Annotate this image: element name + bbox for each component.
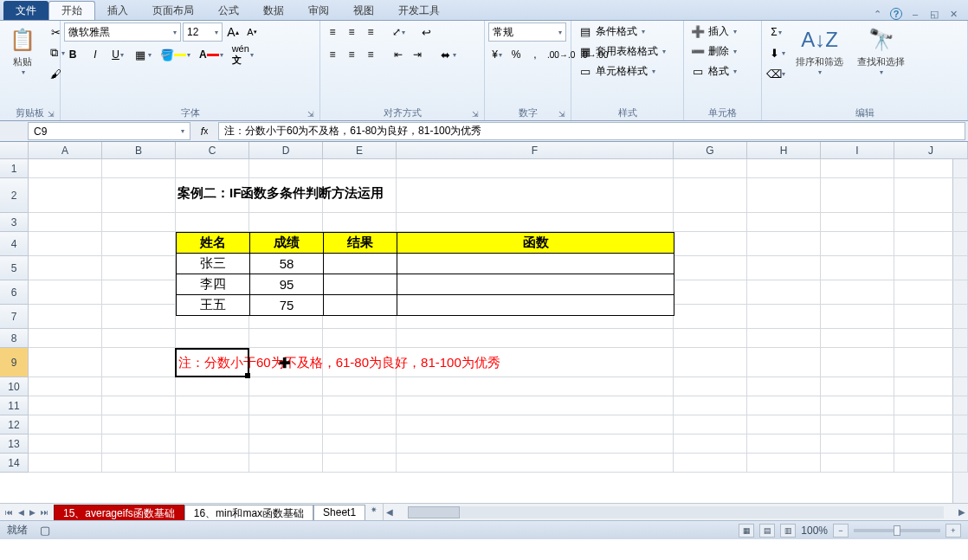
column-header[interactable]: A — [29, 142, 102, 158]
fill-color-button[interactable]: 🪣▾ — [158, 45, 192, 64]
cells-canvas[interactable]: 案例二：IF函数多条件判断方法运用 姓名 成绩 结果 函数 张三 58 — [29, 159, 952, 503]
cell-result[interactable] — [324, 274, 397, 295]
sheet-tab[interactable]: 16、min和max函数基础 — [184, 505, 313, 520]
percent-button[interactable]: % — [507, 45, 525, 64]
zoom-slider[interactable] — [854, 529, 940, 532]
normal-view-button[interactable]: ▦ — [739, 524, 754, 537]
header-func[interactable]: 函数 — [397, 233, 674, 254]
insert-cells-button[interactable]: ➕插入▾ — [687, 23, 740, 41]
horizontal-scrollbar[interactable]: ◀ ▶ — [383, 504, 968, 520]
window-close-icon[interactable]: ✕ — [947, 8, 959, 20]
decrease-font-button[interactable]: A▾ — [243, 23, 261, 42]
cell-score[interactable]: 58 — [250, 254, 324, 274]
align-top-button[interactable]: ≡ — [324, 23, 341, 42]
tab-view[interactable]: 视图 — [341, 1, 386, 20]
header-score[interactable]: 成绩 — [250, 233, 324, 254]
tab-developer[interactable]: 开发工具 — [386, 1, 452, 20]
pagebreak-view-button[interactable]: ▥ — [780, 524, 796, 537]
increase-font-button[interactable]: A▴ — [224, 23, 242, 42]
align-middle-button[interactable]: ≡ — [343, 23, 360, 42]
zoom-thumb[interactable] — [894, 525, 900, 536]
row-header[interactable]: 10 — [0, 377, 29, 396]
prev-sheet-button[interactable]: ◀ — [16, 508, 26, 517]
cell-func[interactable] — [397, 295, 674, 316]
comma-button[interactable]: , — [526, 45, 544, 64]
row-header[interactable]: 12 — [0, 415, 29, 434]
zoom-out-button[interactable]: − — [833, 524, 849, 537]
scroll-right-button[interactable]: ▶ — [956, 507, 968, 517]
minimize-ribbon-icon[interactable]: ⌃ — [871, 8, 883, 20]
table-format-button[interactable]: ▦套用表格格式▾ — [575, 42, 669, 61]
font-color-button[interactable]: A▾ — [197, 45, 225, 64]
row-header[interactable]: 4 — [0, 232, 29, 256]
paste-button[interactable]: 📋 粘贴 ▾ — [3, 23, 42, 80]
phonetic-button[interactable]: wén文▾ — [230, 45, 255, 64]
merge-button[interactable]: ⬌▾ — [436, 45, 458, 64]
cell-styles-button[interactable]: ▭单元格样式▾ — [575, 62, 659, 80]
row-header[interactable]: 14 — [0, 454, 29, 473]
cell-name[interactable]: 张三 — [177, 254, 250, 274]
row-header[interactable]: 11 — [0, 396, 29, 415]
sort-filter-button[interactable]: A↓Z 排序和筛选 ▾ — [791, 23, 849, 80]
zoom-percent[interactable]: 100% — [801, 525, 828, 537]
row-header[interactable]: 3 — [0, 213, 29, 232]
row-header[interactable]: 8 — [0, 329, 29, 348]
conditional-format-button[interactable]: ▤条件格式▾ — [575, 23, 649, 41]
row-header[interactable]: 1 — [0, 159, 29, 178]
format-cells-button[interactable]: ▭格式▾ — [687, 62, 740, 80]
next-sheet-button[interactable]: ▶ — [28, 508, 37, 517]
pagelayout-view-button[interactable]: ▤ — [759, 524, 775, 537]
tab-page-layout[interactable]: 页面布局 — [140, 1, 206, 20]
underline-button[interactable]: U▾ — [109, 45, 126, 64]
currency-button[interactable]: ¥▾ — [488, 45, 506, 64]
formula-input[interactable]: 注：分数小于60为不及格，61-80为良好，81-100为优秀 — [218, 122, 965, 140]
cell-name[interactable]: 王五 — [177, 295, 250, 316]
align-left-button[interactable]: ≡ — [324, 45, 341, 64]
align-bottom-button[interactable]: ≡ — [362, 23, 379, 42]
tab-formulas[interactable]: 公式 — [206, 1, 251, 20]
font-size-combo[interactable]: 12▾ — [183, 23, 223, 42]
select-all-corner[interactable] — [0, 142, 29, 158]
align-center-button[interactable]: ≡ — [343, 45, 360, 64]
zoom-in-button[interactable]: + — [945, 524, 961, 537]
italic-button[interactable]: I — [87, 45, 104, 64]
cell-result[interactable] — [324, 295, 397, 316]
column-header[interactable]: C — [176, 142, 249, 158]
cell-score[interactable]: 95 — [250, 274, 324, 295]
bold-button[interactable]: B — [64, 45, 81, 64]
name-box[interactable]: C9▾ — [28, 122, 190, 140]
tab-home[interactable]: 开始 — [48, 1, 95, 20]
first-sheet-button[interactable]: ⏮ — [3, 508, 15, 517]
fx-icon[interactable]: fx — [196, 122, 213, 141]
cell-name[interactable]: 李四 — [177, 274, 250, 295]
macro-record-icon[interactable]: ▢ — [38, 524, 52, 537]
row-header[interactable]: 5 — [0, 256, 29, 280]
sheet-tab[interactable]: Sheet1 — [313, 505, 365, 520]
align-right-button[interactable]: ≡ — [362, 45, 379, 64]
column-header[interactable]: H — [747, 142, 821, 158]
tab-data[interactable]: 数据 — [251, 1, 296, 20]
orientation-button[interactable]: ⤢▾ — [390, 23, 407, 42]
autosum-button[interactable]: Σ▾ — [765, 23, 787, 42]
cell-result[interactable] — [324, 254, 397, 274]
window-restore-icon[interactable]: ◱ — [928, 8, 940, 20]
last-sheet-button[interactable]: ⏭ — [39, 508, 50, 517]
launcher-icon[interactable]: ⇲ — [558, 110, 565, 119]
row-header[interactable]: 7 — [0, 305, 29, 329]
header-result[interactable]: 结果 — [324, 233, 397, 254]
borders-button[interactable]: ▦▾ — [132, 45, 153, 64]
column-header[interactable]: E — [323, 142, 397, 158]
font-name-combo[interactable]: 微软雅黑▾ — [64, 23, 181, 42]
find-select-button[interactable]: 🔭 查找和选择 ▾ — [852, 23, 910, 80]
column-header[interactable]: B — [102, 142, 176, 158]
column-header[interactable]: D — [249, 142, 323, 158]
clear-button[interactable]: ⌫▾ — [765, 64, 787, 83]
sheet-tab-active[interactable]: 15、averageifs函数基础 — [54, 505, 184, 520]
launcher-icon[interactable]: ⇲ — [307, 110, 314, 119]
hscroll-thumb[interactable] — [408, 506, 460, 518]
delete-cells-button[interactable]: ➖删除▾ — [687, 42, 740, 61]
column-header[interactable]: G — [674, 142, 747, 158]
new-sheet-button[interactable]: ✷ — [365, 504, 383, 520]
window-min-icon[interactable]: – — [909, 8, 921, 20]
column-header[interactable]: I — [821, 142, 894, 158]
